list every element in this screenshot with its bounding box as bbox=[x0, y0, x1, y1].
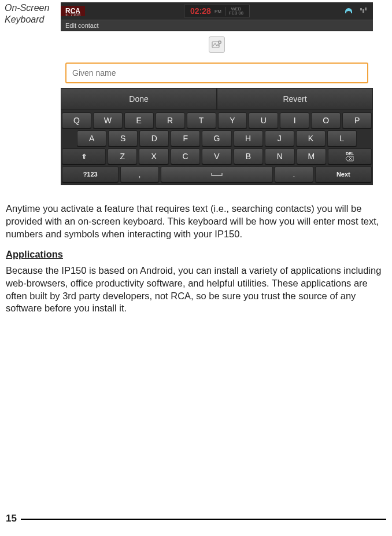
key-q[interactable]: Q bbox=[62, 112, 91, 129]
key-d[interactable]: D bbox=[139, 130, 169, 146]
revert-button[interactable]: Revert bbox=[217, 88, 373, 110]
given-name-input[interactable] bbox=[65, 63, 368, 83]
key-g[interactable]: G bbox=[202, 130, 231, 146]
kbd-row-1: Q W E R T Y U I O P bbox=[62, 112, 372, 129]
key-r[interactable]: R bbox=[156, 112, 185, 129]
action-row: Done Revert bbox=[61, 88, 373, 110]
clock-date: WEDFEB 08 bbox=[225, 7, 243, 16]
clock-ampm: PM bbox=[215, 9, 221, 14]
heading-applications: Applications bbox=[6, 248, 386, 261]
section-label: On-Screen Keyboard bbox=[5, 2, 57, 25]
key-e[interactable]: E bbox=[124, 112, 154, 129]
clock-time: 02:28 bbox=[190, 6, 211, 16]
contact-photo-row bbox=[61, 31, 373, 58]
key-p[interactable]: P bbox=[342, 112, 372, 129]
add-photo-button[interactable] bbox=[209, 36, 225, 53]
key-period[interactable]: . bbox=[275, 166, 313, 182]
svg-rect-2 bbox=[365, 8, 367, 10]
input-row bbox=[61, 58, 373, 88]
kbd-row-3: ⇧ Z X C V B N M DEL bbox=[62, 148, 372, 164]
key-u[interactable]: U bbox=[249, 112, 278, 129]
paragraph-applications: Because the IP150 is based on Android, y… bbox=[6, 265, 386, 315]
footer-rule bbox=[21, 519, 386, 520]
key-z[interactable]: Z bbox=[108, 148, 137, 164]
settings-icon bbox=[359, 7, 367, 15]
key-i[interactable]: I bbox=[280, 112, 309, 129]
key-s[interactable]: S bbox=[108, 130, 138, 146]
kbd-row-4: ?123 , . Next bbox=[62, 166, 372, 182]
on-screen-keyboard: Q W E R T Y U I O P A S D F G H J K L ⇧ … bbox=[61, 110, 373, 185]
key-comma[interactable]: , bbox=[120, 166, 158, 182]
clock: 02:28 PM WEDFEB 08 bbox=[184, 5, 250, 17]
key-j[interactable]: J bbox=[265, 130, 294, 146]
key-x[interactable]: X bbox=[139, 148, 168, 164]
key-t[interactable]: T bbox=[187, 112, 216, 129]
kbd-row-2: A S D F G H J K L bbox=[62, 130, 372, 146]
paragraph-osk: Anytime you activate a feature that requ… bbox=[6, 203, 386, 240]
key-o[interactable]: O bbox=[311, 112, 341, 129]
space-icon bbox=[210, 172, 223, 177]
key-y[interactable]: Y bbox=[218, 112, 247, 129]
key-m[interactable]: M bbox=[297, 148, 326, 164]
page-number: 15 bbox=[6, 513, 17, 524]
key-v[interactable]: V bbox=[202, 148, 231, 164]
key-k[interactable]: K bbox=[296, 130, 326, 146]
key-symbols[interactable]: ?123 bbox=[62, 166, 119, 182]
key-f[interactable]: F bbox=[171, 130, 200, 146]
key-w[interactable]: W bbox=[93, 112, 123, 129]
key-l[interactable]: L bbox=[327, 130, 357, 146]
done-button[interactable]: Done bbox=[61, 88, 217, 110]
context-bar: Edit contact bbox=[61, 20, 373, 31]
key-h[interactable]: H bbox=[234, 130, 263, 146]
key-space[interactable] bbox=[161, 166, 273, 182]
status-bar: RCA x. 7105 02:28 PM WEDFEB 08 bbox=[61, 2, 373, 20]
headset-icon bbox=[344, 7, 353, 15]
body-text: Anytime you activate a feature that requ… bbox=[6, 203, 386, 323]
key-b[interactable]: B bbox=[234, 148, 263, 164]
key-del[interactable]: DEL bbox=[328, 148, 372, 164]
device-screenshot: RCA x. 7105 02:28 PM WEDFEB 08 Edit cont… bbox=[61, 2, 373, 185]
key-next[interactable]: Next bbox=[315, 166, 372, 182]
key-c[interactable]: C bbox=[171, 148, 200, 164]
status-icons bbox=[344, 7, 367, 15]
key-n[interactable]: N bbox=[265, 148, 294, 164]
svg-rect-1 bbox=[363, 9, 364, 13]
key-a[interactable]: A bbox=[77, 130, 106, 146]
key-shift[interactable]: ⇧ bbox=[62, 148, 106, 164]
backspace-icon bbox=[345, 156, 354, 161]
brand-sub: x. 7105 bbox=[65, 12, 80, 17]
svg-rect-0 bbox=[360, 8, 362, 10]
